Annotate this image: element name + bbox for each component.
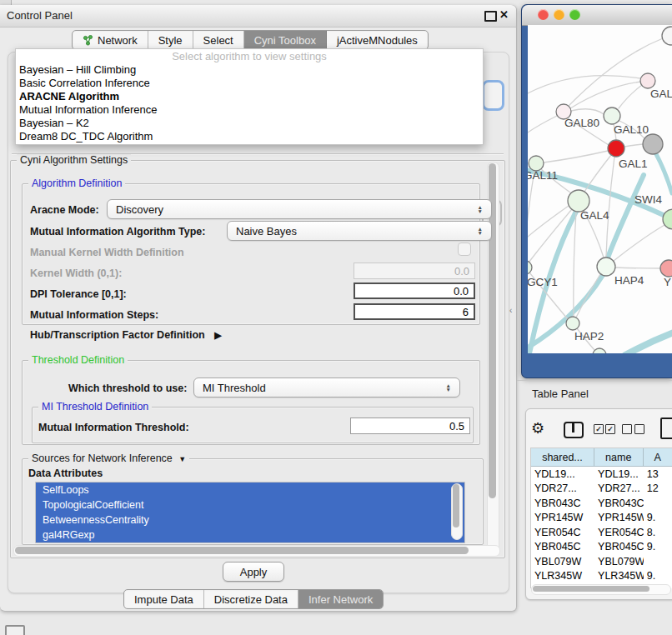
splitter-handle-icon[interactable]: ‹ [509, 306, 512, 315]
node-label: HAP4 [614, 274, 644, 287]
tab-impute-data[interactable]: Impute Data [124, 590, 204, 608]
apply-button[interactable]: Apply [223, 562, 284, 582]
network-edge[interactable] [619, 85, 642, 108]
tab-select-label: Select [203, 34, 233, 47]
table-cell: 8. [644, 527, 672, 538]
attribute-item[interactable]: TopologicalCoefficient [36, 498, 464, 512]
select-all-columns-icon[interactable]: ✓✓ [594, 424, 615, 434]
column-header-shared-name[interactable]: shared... [531, 448, 594, 467]
table-cell: YDL19... [594, 468, 644, 480]
network-edge[interactable] [571, 109, 604, 114]
table-cell: YDR27... [594, 482, 644, 494]
attribute-item[interactable]: SelfLoops [36, 482, 464, 498]
network-node[interactable] [663, 209, 672, 229]
sources-legend[interactable]: Sources for Network Inference ▼ [28, 452, 189, 464]
control-panel-title: Control Panel [7, 9, 73, 22]
network-node[interactable] [662, 27, 672, 45]
algorithm-dropdown-popup: Select algorithm to view settings Bayesi… [15, 48, 484, 145]
deselect-all-columns-icon[interactable] [622, 424, 644, 434]
network-node[interactable] [593, 348, 606, 353]
tab-jactivemnodules-label: jActiveMNodules [337, 34, 418, 47]
combo-fragment-focused[interactable] [482, 80, 504, 111]
attributes-scrollbar-thumb[interactable] [453, 484, 459, 528]
network-edge[interactable] [574, 212, 576, 317]
mi-steps-field[interactable]: 6 [354, 303, 475, 320]
dpi-tolerance-field[interactable]: 0.0 [354, 282, 475, 299]
mi-threshold-legend: MI Threshold Definition [38, 401, 152, 412]
tab-discretize-data[interactable]: Discretize Data [204, 590, 298, 608]
table-hscrollbar-thumb[interactable] [533, 586, 649, 592]
tab-style-label: Style [158, 34, 183, 47]
network-node[interactable] [640, 73, 655, 88]
network-edge[interactable] [528, 171, 534, 261]
sources-legend-label: Sources for Network Inference [32, 452, 173, 464]
network-edge[interactable] [615, 268, 660, 268]
manual-kernel-checkbox[interactable] [458, 242, 471, 256]
table-cell: 12 [644, 482, 672, 494]
traffic-light-close[interactable] [538, 9, 549, 20]
tab-cyni-toolbox[interactable]: Cyni Toolbox [244, 31, 327, 49]
network-edge[interactable] [528, 116, 557, 132]
algorithm-option[interactable]: ARACNE Algorithm [16, 90, 483, 103]
columns-icon[interactable] [564, 422, 584, 438]
network-node[interactable] [528, 261, 532, 274]
tab-select[interactable]: Select [193, 31, 244, 49]
table-row[interactable]: YDL19...YDL19...13 [531, 467, 672, 482]
network-node[interactable] [566, 317, 579, 330]
table-row[interactable]: YBR043CYBR043C [531, 496, 672, 511]
table-row[interactable]: YBR045CYBR045C9. [531, 540, 672, 555]
threshold-definition-legend: Threshold Definition [28, 354, 128, 366]
algorithm-option[interactable]: Dream8 DC_TDC Algorithm [16, 130, 483, 143]
tab-style[interactable]: Style [148, 31, 193, 49]
attribute-item[interactable]: BetweennessCentrality [36, 512, 464, 528]
tab-network[interactable]: Network [73, 31, 148, 49]
gear-icon[interactable]: ⚙ [531, 419, 544, 438]
network-edge[interactable] [607, 175, 644, 260]
kernel-width-field[interactable]: 0.0 [354, 262, 475, 279]
column-header-name[interactable]: name [594, 448, 644, 467]
network-edge[interactable] [544, 151, 608, 162]
dropdown-placeholder: Select algorithm to view settings [16, 49, 483, 63]
control-panel-titlebar[interactable] [0, 5, 516, 28]
data-attributes-list: SelfLoopsTopologicalCoefficientBetweenne… [35, 482, 465, 543]
table-row[interactable]: YBL079WYBL079W [531, 554, 672, 569]
network-edge[interactable] [624, 144, 643, 147]
control-panel-tabbar: Network Style Select Cyni Toolbox jActiv… [72, 30, 429, 50]
algorithm-option[interactable]: Mutual Information Inference [16, 103, 483, 117]
table-row[interactable]: YER054CYER054C8. [531, 525, 672, 540]
network-node[interactable] [608, 140, 624, 157]
table-row[interactable]: YLR345WYLR345W9. [531, 569, 672, 584]
hub-definition-toggle[interactable]: Hub/Transcription Factor Definition ▶ [30, 329, 222, 341]
tab-jactivemnodules[interactable]: jActiveMNodules [327, 31, 428, 49]
table-row[interactable]: YDR27...YDR27...12 [531, 482, 672, 497]
traffic-light-zoom[interactable] [569, 9, 580, 20]
traffic-light-minimize[interactable] [554, 9, 564, 20]
settings-hscrollbar-thumb[interactable] [15, 547, 469, 554]
docked-panel-icon[interactable] [5, 625, 25, 635]
tab-infer-network[interactable]: Infer Network [298, 590, 383, 608]
network-node[interactable] [660, 260, 672, 277]
column-header-clipped[interactable]: A [644, 448, 672, 467]
network-node[interactable] [604, 108, 620, 124]
mi-threshold-field[interactable]: 0.5 [350, 418, 470, 434]
algorithm-option[interactable]: Basic Correlation Inference [16, 77, 483, 90]
table-row[interactable]: YPR145WYPR145W9. [531, 511, 672, 526]
network-edge[interactable] [569, 38, 663, 106]
table-cell: YBL079W [594, 556, 644, 568]
close-icon[interactable]: ✕ [499, 8, 509, 21]
network-edge[interactable] [625, 332, 672, 353]
mi-type-combo[interactable]: Naive Bayes ▲▼ [227, 221, 492, 241]
algorithm-option[interactable]: Bayesian – Hill Climbing [16, 63, 483, 77]
network-node[interactable] [597, 258, 615, 276]
which-threshold-combo[interactable]: MI Threshold ▲▼ [193, 378, 460, 398]
algorithm-option[interactable]: Bayesian – K2 [16, 117, 483, 130]
network-canvas[interactable]: GALGAL80GAL10GAL1GAL11GAL4SWI4GCY1HAP4YH… [528, 25, 672, 353]
network-edge[interactable] [655, 152, 672, 193]
attribute-item[interactable]: gal4RGexp [36, 528, 464, 542]
mi-steps-label: Mutual Information Steps: [30, 309, 158, 321]
network-node[interactable] [643, 134, 663, 154]
network-edge[interactable] [584, 155, 611, 192]
aracne-mode-combo[interactable]: Discovery ▲▼ [107, 199, 492, 219]
export-table-icon[interactable] [660, 418, 672, 439]
float-window-icon[interactable] [484, 11, 497, 22]
